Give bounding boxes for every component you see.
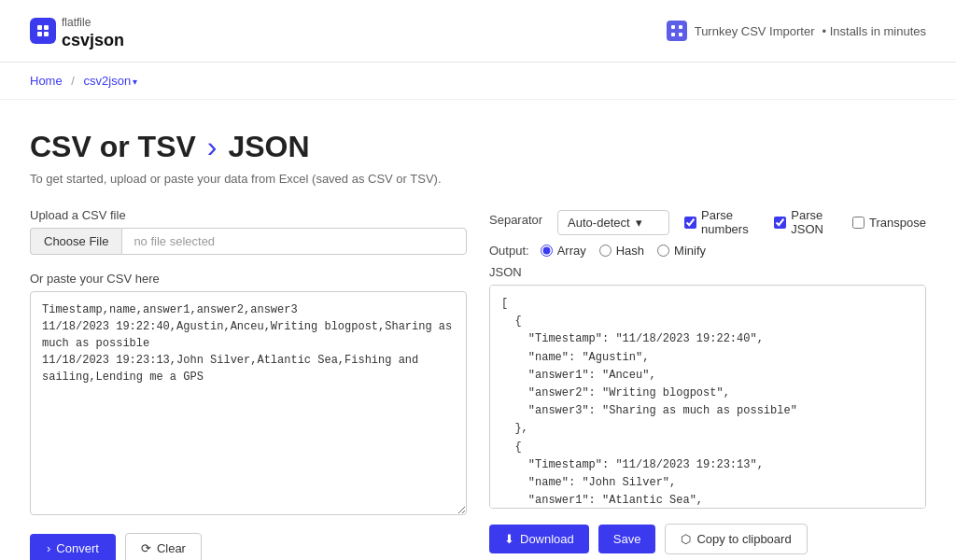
right-action-row: ⬇ Download Save ⬡ Copy to clipboard	[489, 524, 926, 554]
hash-radio-input[interactable]	[599, 245, 612, 257]
svg-rect-0	[37, 25, 42, 30]
left-column: Upload a CSV file Choose File no file se…	[30, 208, 467, 560]
parse-json-label: Parse JSON	[791, 208, 839, 236]
svg-rect-3	[44, 32, 49, 36]
download-label: Download	[520, 532, 574, 546]
minify-radio-input[interactable]	[657, 245, 669, 257]
array-radio-input[interactable]	[541, 245, 553, 257]
transpose-checkbox[interactable]: Transpose	[852, 216, 926, 230]
svg-rect-2	[37, 32, 42, 36]
page-title: CSV or TSV › JSON	[30, 130, 926, 164]
copy-clipboard-button[interactable]: ⬡ Copy to clipboard	[665, 524, 807, 554]
output-row: Output: Array Hash Minify	[489, 244, 926, 258]
svg-rect-5	[679, 25, 682, 29]
csv-textarea[interactable]	[30, 291, 467, 515]
minify-label: Minify	[674, 244, 706, 258]
breadcrumb-current[interactable]: csv2json▾	[84, 74, 138, 88]
transpose-input[interactable]	[852, 217, 865, 229]
right-column: Separator Auto-detect ▾ Parse numbers Pa…	[489, 208, 926, 560]
parse-json-input[interactable]	[774, 217, 786, 229]
array-label: Array	[557, 244, 586, 258]
parse-numbers-label: Parse numbers	[701, 208, 761, 236]
output-array-radio[interactable]: Array	[541, 244, 586, 258]
output-label: Output:	[489, 244, 529, 258]
svg-rect-6	[671, 33, 675, 36]
clipboard-icon: ⬡	[681, 532, 691, 546]
radio-group: Array Hash Minify	[541, 244, 706, 258]
page-subtitle: To get started, upload or paste your dat…	[30, 172, 926, 186]
parse-json-checkbox[interactable]: Parse JSON	[774, 208, 839, 236]
separator-row: Separator Auto-detect ▾ Parse numbers Pa…	[489, 208, 926, 236]
clipboard-label: Copy to clipboard	[696, 532, 791, 546]
header: flatfile csvjson Turnkey CSV Importer • …	[0, 0, 956, 63]
breadcrumb: Home / csv2json▾	[0, 63, 956, 100]
breadcrumb-sep: /	[71, 74, 75, 88]
clear-label: Clear	[157, 541, 186, 555]
convert-label: Convert	[56, 541, 99, 555]
title-arrow: ›	[207, 130, 218, 164]
parse-numbers-input[interactable]	[684, 217, 696, 229]
file-name-display: no file selected	[121, 228, 467, 255]
turnkey-icon	[667, 21, 687, 41]
download-button[interactable]: ⬇ Download	[489, 525, 589, 553]
logo-csvjson: csvjson	[62, 31, 124, 49]
turnkey-area: Turnkey CSV Importer • Installs in minut…	[667, 21, 926, 41]
json-output: [ { "Timestamp": "11/18/2023 19:22:40", …	[489, 285, 926, 509]
hash-label: Hash	[616, 244, 644, 258]
parse-numbers-checkbox[interactable]: Parse numbers	[684, 208, 761, 236]
title-right: JSON	[228, 130, 309, 164]
paste-label: Or paste your CSV here	[30, 272, 467, 286]
turnkey-label: Turnkey CSV Importer	[695, 24, 815, 38]
svg-rect-4	[671, 25, 675, 29]
title-left: CSV or TSV	[30, 130, 196, 164]
choose-file-button[interactable]: Choose File	[30, 228, 121, 255]
main-content: CSV or TSV › JSON To get started, upload…	[0, 100, 956, 560]
auto-detect-select[interactable]: Auto-detect ▾	[557, 210, 669, 235]
convert-icon: ›	[47, 541, 50, 555]
separator-label: Separator	[489, 213, 542, 227]
select-arrow-icon: ▾	[636, 216, 642, 230]
logo-icon	[30, 18, 56, 44]
save-button[interactable]: Save	[598, 525, 656, 553]
transpose-label: Transpose	[869, 216, 926, 230]
file-upload-row: Choose File no file selected	[30, 228, 467, 255]
turnkey-sub: • Installs in minutes	[822, 24, 926, 38]
clear-icon: ⟳	[141, 541, 151, 555]
svg-rect-7	[679, 33, 682, 36]
clear-button[interactable]: ⟳ Clear	[125, 533, 202, 560]
auto-detect-label: Auto-detect	[568, 216, 630, 230]
breadcrumb-home[interactable]: Home	[30, 74, 63, 88]
convert-button[interactable]: › Convert	[30, 534, 116, 560]
output-minify-radio[interactable]: Minify	[657, 244, 706, 258]
svg-rect-1	[44, 25, 49, 30]
logo-area: flatfile csvjson	[30, 11, 124, 50]
two-columns: Upload a CSV file Choose File no file se…	[30, 208, 926, 560]
left-action-row: › Convert ⟳ Clear	[30, 533, 467, 560]
logo-text: flatfile csvjson	[62, 11, 124, 50]
upload-label: Upload a CSV file	[30, 208, 467, 222]
json-label: JSON	[489, 265, 926, 279]
output-hash-radio[interactable]: Hash	[599, 244, 644, 258]
download-icon: ⬇	[504, 532, 514, 546]
checkbox-group: Parse numbers Parse JSON Transpose	[684, 208, 926, 236]
breadcrumb-dropdown-arrow: ▾	[133, 77, 137, 87]
